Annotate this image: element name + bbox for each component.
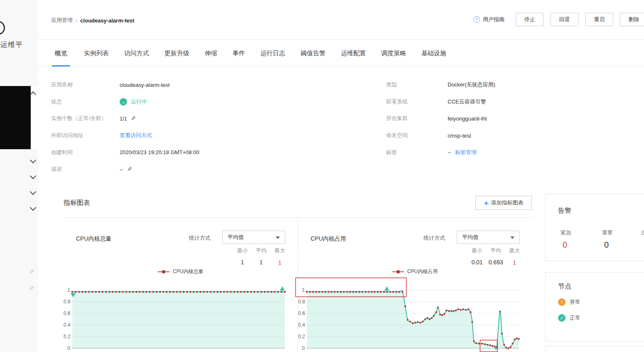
plus-icon: +	[484, 199, 488, 207]
detail-row-status: 状态 → 运行中	[51, 94, 325, 111]
left-sidebar: 运维平 ✎ ✎	[0, 0, 38, 352]
chart-legend: CPU内核占用	[298, 268, 532, 275]
breadcrumb-app-name: cloudeasy-alarm-test	[80, 17, 134, 24]
stat-method-label: 统计方式	[189, 234, 211, 242]
rollback-button[interactable]: 回退	[551, 13, 578, 26]
chevron-down-icon[interactable]	[30, 157, 37, 164]
chevron-down-icon[interactable]	[30, 204, 37, 211]
sidebar-dark-panel	[0, 86, 31, 149]
chart-cpu-usage: CPU内核占用 统计方式 平均值 最小 0.01 平均 0.693 最大 1	[298, 218, 532, 352]
node-panel-title: 节点	[558, 282, 571, 291]
detail-row-instances: 实例个数（正常/全部） 1/1 ✎	[51, 110, 325, 127]
stat-min: 0.01	[471, 259, 483, 266]
user-guide-label: 用户指南	[483, 16, 504, 23]
tab-bar: 概览 实例列表 访问方式 更新升级 伸缩 事件 运行日志 阈值告警 运维配置 调…	[38, 39, 644, 67]
chevron-down-icon[interactable]	[30, 189, 37, 195]
description-value: --	[120, 166, 123, 172]
legend-marker-icon	[158, 271, 169, 272]
user-guide-link[interactable]: ? 用户指南	[473, 16, 504, 23]
tab-threshold-alarm[interactable]: 阈值告警	[299, 39, 327, 66]
view-access-link[interactable]: 查看访问方式	[120, 132, 152, 139]
stat-method-select[interactable]: 平均值	[457, 231, 520, 244]
instance-count: 1/1	[120, 116, 127, 122]
labels-value: --	[448, 149, 451, 155]
alarm-panel-title: 告警	[558, 207, 571, 215]
warning-icon: !	[558, 298, 566, 306]
detail-row-description: 描述 -- ✎	[51, 161, 325, 178]
tab-om-config[interactable]: 运维配置	[339, 39, 367, 66]
restart-button[interactable]: 重启	[585, 13, 613, 26]
chart-stats: 最小 0.01 平均 0.693 最大 1	[471, 247, 521, 266]
chart-stats: 最小 1 平均 1 最大 1	[236, 247, 286, 266]
delete-button[interactable]: 删除	[620, 13, 644, 26]
detail-row-labels: 标签 -- 标签管理	[386, 144, 619, 161]
breadcrumb-separator: ›	[76, 17, 77, 24]
detail-row-cluster: 所在集群 feiyongguanli-lht	[386, 110, 619, 127]
node-normal-row: ✓ 正常	[558, 314, 580, 322]
stat-avg: 0.693	[488, 259, 503, 266]
chart-plot	[307, 284, 519, 352]
detail-row-namespace: 命名空间 cmsp-test	[386, 127, 619, 144]
alarm-urgent-count: 0	[563, 240, 586, 250]
page-header: 应用管理 › cloudeasy-alarm-test ? 用户指南 停止 回退…	[38, 0, 644, 40]
platform-title: 运维平	[0, 40, 23, 49]
caret-down-icon	[276, 236, 280, 239]
node-abnormal-row: ! 异常	[558, 298, 580, 306]
chart-plot	[72, 284, 285, 352]
stat-max: 1	[274, 259, 286, 266]
status-text: 运行中	[131, 98, 147, 106]
label-manage-link[interactable]: 标签管理	[455, 149, 477, 156]
stat-method-select[interactable]: 平均值	[222, 231, 285, 244]
tab-scaling[interactable]: 伸缩	[203, 39, 219, 66]
add-metric-chart-button[interactable]: + 添加指标图表	[475, 196, 532, 210]
ok-icon: ✓	[558, 314, 566, 322]
tab-access-mode[interactable]: 访问方式	[122, 39, 151, 66]
breadcrumb: 应用管理 › cloudeasy-alarm-test	[51, 17, 134, 24]
tab-infrastructure[interactable]: 基础设施	[420, 39, 448, 66]
created-time: 2020/03/23 19:20:18 GMT+08:00	[120, 149, 199, 155]
tab-overview[interactable]: 概览	[52, 39, 70, 66]
tab-logs[interactable]: 运行日志	[259, 39, 287, 66]
chart-title: CPU内核总量	[76, 235, 112, 243]
alarm-panel: 告警 紧急 0 重要 0 次要	[545, 194, 644, 261]
detail-row-external-access: 外部访问地址 查看访问方式	[51, 127, 325, 144]
status-running-icon: →	[120, 98, 127, 106]
alarm-minor: 次要	[641, 229, 644, 240]
tab-events[interactable]: 事件	[231, 39, 247, 66]
main-content: 应用管理 › cloudeasy-alarm-test ? 用户指南 停止 回退…	[38, 0, 644, 352]
tab-schedule-policy[interactable]: 调度策略	[380, 39, 408, 66]
chevron-down-icon[interactable]	[30, 173, 37, 180]
detail-row-app-name: 应用名称 cloudeasy-alarm-test	[51, 76, 325, 94]
chart-title: CPU内核占用	[311, 235, 346, 243]
tab-upgrade[interactable]: 更新升级	[163, 39, 191, 66]
metrics-section: 指标图表 + 添加指标图表 CPU内核总量 统计方式 平均值 最小 1 平均 1	[64, 189, 532, 352]
details-right-column: 类型 Docker(无状态应用) 部署系统 CCE云容器引擎 所在集群 feiy…	[386, 76, 619, 161]
next-panel-stub	[545, 346, 644, 352]
stat-min: 1	[236, 259, 249, 266]
charts-container: CPU内核总量 统计方式 平均值 最小 1 平均 1 最大 1 CPU内核总量	[64, 217, 532, 352]
stop-button[interactable]: 停止	[516, 13, 544, 26]
help-icon: ?	[473, 16, 480, 23]
alarm-major-count: 0	[604, 240, 628, 250]
edit-description-icon[interactable]: ✎	[127, 166, 132, 172]
breadcrumb-section[interactable]: 应用管理	[51, 17, 73, 24]
chart-legend: CPU内核总量	[64, 268, 298, 275]
tab-instance-list[interactable]: 实例列表	[82, 39, 110, 66]
alarm-urgent: 紧急 0	[561, 229, 586, 250]
detail-row-type: 类型 Docker(无状态应用)	[386, 76, 619, 94]
logo-icon	[0, 21, 5, 35]
alarm-major: 重要 0	[602, 229, 628, 250]
chart-cpu-total: CPU内核总量 统计方式 平均值 最小 1 平均 1 最大 1 CPU内核总量	[64, 218, 298, 352]
metrics-title: 指标图表	[64, 199, 90, 207]
edit-icon[interactable]: ✎	[29, 285, 34, 292]
caret-down-icon	[510, 236, 514, 239]
stat-max: 1	[508, 259, 521, 266]
stat-avg: 1	[255, 259, 267, 266]
details-left-column: 应用名称 cloudeasy-alarm-test 状态 → 运行中 实例个数（…	[51, 76, 325, 178]
detail-row-created: 创建时间 2020/03/23 19:20:18 GMT+08:00	[51, 144, 325, 161]
detail-row-deploy-system: 部署系统 CCE云容器引擎	[386, 94, 619, 111]
node-panel: 节点 ! 异常 ✓ 正常	[545, 272, 644, 342]
edit-icon[interactable]: ✎	[29, 268, 34, 276]
stat-method-label: 统计方式	[424, 234, 445, 242]
edit-instances-icon[interactable]: ✎	[131, 115, 136, 122]
